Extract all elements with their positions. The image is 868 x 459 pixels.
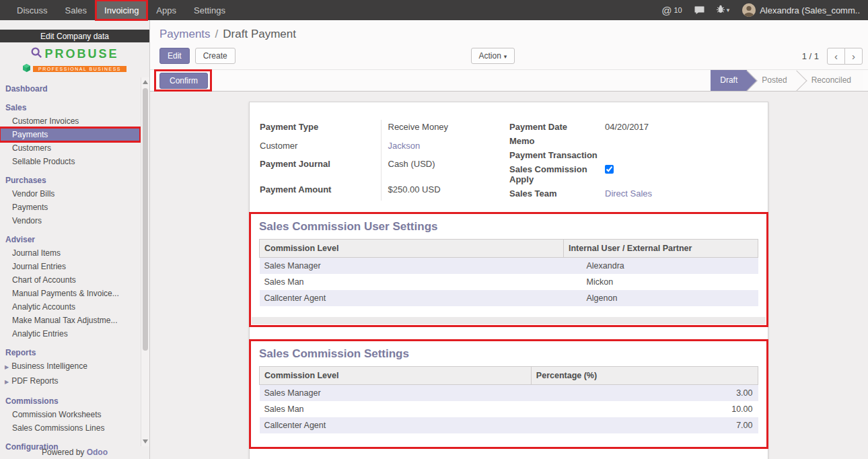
sales-commission-apply-checkbox[interactable] — [605, 165, 614, 174]
sidebar-item-commission-worksheets[interactable]: Commission Worksheets — [0, 408, 140, 421]
sidebar-heading-adviser: Adviser — [0, 232, 140, 246]
commission-settings-row[interactable]: Sales Manager 3.00 — [260, 385, 758, 402]
odoo-link[interactable]: Odoo — [87, 448, 108, 457]
menu-invoicing[interactable]: Invoicing — [96, 0, 147, 20]
topbar: Discuss Sales Invoicing Apps Settings @ … — [0, 0, 868, 20]
content-area: Payment Type Receive Money Customer Jack… — [150, 92, 868, 459]
dropdown-caret-icon: ▾ — [727, 7, 730, 13]
control-panel: Payments/Draft Payment Edit Create Actio… — [150, 20, 868, 69]
sidebar-item-vendor-bills[interactable]: Vendor Bills — [0, 187, 140, 201]
statusbar: Confirm Draft Posted Reconciled — [150, 69, 868, 92]
commission-user-settings-table: Commission Level Internal User / Externa… — [259, 239, 758, 306]
statusbar-pipeline: Draft Posted Reconciled — [711, 70, 863, 91]
form-sheet: Payment Type Receive Money Customer Jack… — [249, 102, 768, 459]
payment-type-value: Receive Money — [381, 120, 508, 139]
sidebar-item-analytic-accounts[interactable]: Analytic Accounts — [0, 300, 140, 314]
sidebar-item-customer-invoices[interactable]: Customer Invoices — [0, 114, 140, 128]
logo-brand-text: PROBUSE — [44, 47, 118, 61]
sidebar-item-analytic-entries[interactable]: Analytic Entries — [0, 327, 140, 341]
commission-user-row[interactable]: Sales Man Mickon — [260, 274, 758, 290]
sidebar-item-journal-items[interactable]: Journal Items — [0, 246, 140, 260]
form-right-column: Payment Date 04/20/2017 Memo Payment Tra… — [509, 120, 758, 201]
sidebar-item-manual-payments-invoice[interactable]: Manual Payments & Invoice... — [0, 287, 140, 300]
messages-count: 10 — [674, 6, 682, 14]
menu-discuss[interactable]: Discuss — [8, 0, 57, 20]
expand-caret-icon: ▶ — [5, 363, 9, 372]
payment-amount-value: $250.00 USD — [381, 182, 508, 201]
sidebar-heading-dashboard: Dashboard — [0, 81, 140, 96]
commission-level-cell: Sales Man — [260, 401, 532, 417]
payment-form: Payment Type Receive Money Customer Jack… — [260, 120, 758, 201]
commission-user-row[interactable]: Callcenter Agent Algenon — [260, 290, 758, 306]
section-title-settings: Sales Commission Settings — [259, 347, 766, 361]
create-button[interactable]: Create — [195, 48, 236, 64]
sidebar-heading-purchases: Purchases — [0, 173, 140, 187]
sidebar-item-payments[interactable]: Payments — [0, 128, 140, 141]
table-footer-strip — [252, 317, 766, 324]
edit-button[interactable]: Edit — [159, 48, 190, 64]
sidebar-item-pdf-reports[interactable]: ▶PDF Reports — [0, 374, 140, 389]
edit-company-button[interactable]: Edit Company data — [0, 30, 149, 42]
stage-draft[interactable]: Draft — [711, 70, 747, 91]
bug-icon — [717, 4, 725, 16]
scroll-down-arrow[interactable] — [143, 439, 148, 444]
sidebar-item-sellable-products[interactable]: Sellable Products — [0, 155, 140, 168]
customer-link[interactable]: Jackson — [388, 141, 421, 151]
sidebar-scrollbar[interactable] — [141, 77, 149, 446]
user-name: Alexandra (Sales_comm.. — [760, 5, 860, 15]
dropdown-caret-icon: ▾ — [504, 53, 507, 60]
sidebar-item-sales-commissions-lines[interactable]: Sales Commissions Lines — [0, 421, 140, 435]
breadcrumb: Payments/Draft Payment — [150, 20, 868, 41]
menu-settings[interactable]: Settings — [185, 0, 234, 20]
sidebar-heading-sales: Sales — [0, 100, 140, 114]
field-label-payment-type: Payment Type — [260, 120, 381, 139]
commission-settings-row[interactable]: Sales Man 10.00 — [260, 401, 758, 417]
sidebar-item-make-manual-tax-adjustment[interactable]: Make Manual Tax Adjustme... — [0, 314, 140, 327]
sidebar-item-chart-of-accounts[interactable]: Chart of Accounts — [0, 273, 140, 287]
field-label-customer: Customer — [260, 139, 381, 157]
annotation-user-settings-box: Sales Commission User Settings Commissio… — [249, 212, 768, 327]
user-menu[interactable]: Alexandra (Sales_comm.. — [735, 3, 863, 17]
expand-caret-icon: ▶ — [5, 378, 9, 387]
sidebar-item-journal-entries[interactable]: Journal Entries — [0, 260, 140, 273]
pager-next-button[interactable]: › — [844, 48, 863, 65]
sidebar: Edit Company data PROBUSE PROFESSIONAL B… — [0, 20, 150, 459]
column-header-commission-level: Commission Level — [260, 367, 532, 385]
sidebar-item-vendors[interactable]: Vendors — [0, 214, 140, 227]
chat-icon[interactable] — [688, 0, 711, 20]
sidebar-item-customers[interactable]: Customers — [0, 141, 140, 155]
breadcrumb-payments[interactable]: Payments — [159, 28, 211, 40]
debug-menu[interactable]: ▾ — [711, 0, 736, 20]
sidebar-heading-reports: Reports — [0, 345, 140, 359]
sidebar-item-business-intelligence[interactable]: ▶Business Intelligence — [0, 359, 140, 374]
menu-sales[interactable]: Sales — [57, 0, 96, 20]
logo-tagline-text: PROFESSIONAL BUSINESS — [33, 66, 126, 72]
percentage-cell: 3.00 — [531, 385, 758, 402]
action-dropdown[interactable]: Action▾ — [471, 48, 515, 64]
odoo-app: Discuss Sales Invoicing Apps Settings @ … — [0, 0, 868, 459]
messages-menu[interactable]: @ 10 — [655, 0, 688, 20]
commission-level-cell: Callcenter Agent — [260, 290, 564, 306]
sidebar-heading-commissions: Commissions — [0, 394, 140, 408]
commission-user-row[interactable]: Sales Manager Alexandra — [260, 258, 758, 275]
payment-journal-value: Cash (USD) — [381, 157, 508, 176]
confirm-button[interactable]: Confirm — [159, 73, 208, 89]
commission-level-cell: Sales Man — [260, 274, 564, 290]
sales-team-link[interactable]: Direct Sales — [605, 188, 652, 199]
column-header-percentage: Percentage (%) — [531, 367, 758, 385]
pager-previous-button[interactable]: ‹ — [827, 48, 845, 65]
menu-apps[interactable]: Apps — [147, 0, 185, 20]
sidebar-nav: Dashboard Sales Customer Invoices Paymen… — [0, 81, 140, 454]
sidebar-item-purchases-payments[interactable]: Payments — [0, 201, 140, 214]
commission-level-cell: Sales Manager — [260, 385, 532, 402]
payment-date-value: 04/20/2017 — [604, 120, 758, 134]
scrollbar-thumb[interactable] — [143, 88, 148, 351]
user-cell: Algenon — [564, 290, 758, 306]
topbar-right: @ 10 ▾ Alexandra (Sales_comm.. — [655, 0, 868, 20]
avatar — [742, 3, 756, 17]
percentage-cell: 7.00 — [531, 417, 758, 433]
powered-by: Powered by Odoo — [0, 448, 149, 457]
commission-settings-row[interactable]: Callcenter Agent 7.00 — [260, 417, 758, 433]
scroll-up-arrow[interactable] — [143, 80, 148, 84]
field-label-sales-commission-apply: Sales Commission Apply — [509, 162, 604, 186]
